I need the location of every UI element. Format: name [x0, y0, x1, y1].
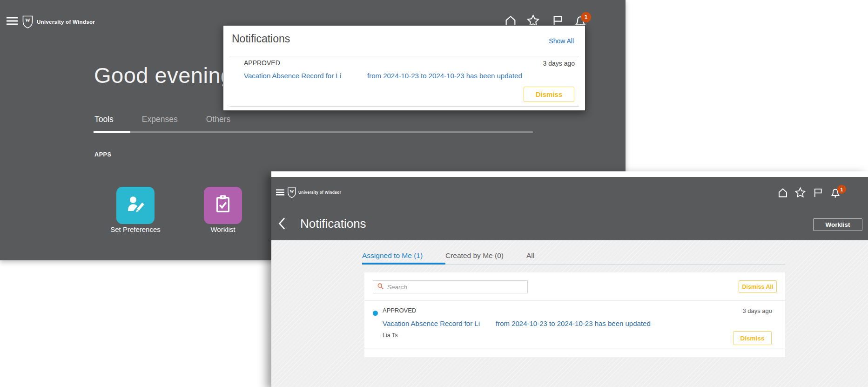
set-preferences-label: Set Preferences	[96, 225, 175, 233]
tab-active-underline	[94, 131, 130, 133]
divider	[229, 56, 579, 56]
notification-link-part2[interactable]: from 2024-10-23 to 2024-10-23 has been u…	[496, 319, 651, 327]
page-header-bar: W University of Windsor 1	[271, 177, 868, 240]
notification-link-part1[interactable]: Vacation Absence Record for Li	[383, 319, 480, 327]
notifications-page-window: W University of Windsor 1	[271, 171, 868, 387]
tab-tools[interactable]: Tools	[94, 115, 114, 124]
unread-dot	[373, 311, 378, 316]
notification-link-part1[interactable]: Vacation Absence Record for Li	[244, 72, 341, 80]
notification-timestamp: 3 days ago	[742, 307, 772, 314]
apps-section-title: APPS	[94, 151, 111, 158]
notification-author: Lia Ts	[383, 332, 397, 339]
screenshot-canvas: W University of Windsor 1 Good evening, …	[0, 0, 868, 387]
set-preferences-tile[interactable]	[116, 187, 155, 224]
brand-text: University of Windsor	[37, 19, 95, 25]
window-top-strip	[271, 171, 868, 177]
notification-status: APPROVED	[383, 307, 416, 314]
home-tab-bar: Tools Expenses Others	[94, 115, 230, 124]
popup-title: Notifications	[232, 33, 290, 45]
tab-created-by-me[interactable]: Created by Me (0)	[445, 250, 526, 265]
notification-timestamp: 3 days ago	[543, 60, 575, 67]
notification-count-badge: 1	[837, 185, 846, 194]
worklist-label: Worklist	[183, 225, 262, 233]
search-input[interactable]	[387, 284, 524, 291]
tab-expenses[interactable]: Expenses	[142, 115, 178, 124]
notifications-list-card: Dismiss All APPROVED 3 days ago Vacation…	[364, 272, 785, 357]
university-shield-logo-icon: W	[22, 15, 34, 30]
tab-all[interactable]: All	[526, 250, 555, 265]
notifications-popup: Notifications Show All APPROVED 3 days a…	[223, 25, 585, 111]
back-chevron-icon[interactable]	[278, 217, 286, 232]
notifications-tab-bar: Assigned to Me (1) Created by Me (0) All	[362, 250, 785, 265]
tab-track-line	[94, 131, 533, 133]
tab-assigned-to-me[interactable]: Assigned to Me (1)	[362, 250, 445, 265]
worklist-button[interactable]: Worklist	[813, 218, 862, 231]
hamburger-menu-icon[interactable]	[7, 17, 18, 25]
brand-text: University of Windsor	[298, 190, 341, 195]
divider	[364, 300, 785, 301]
tab-others[interactable]: Others	[206, 115, 231, 124]
notification-count-badge: 1	[581, 12, 591, 22]
page-title: Notifications	[300, 217, 366, 231]
home-icon[interactable]	[777, 187, 788, 200]
dismiss-all-button[interactable]: Dismiss All	[739, 280, 777, 293]
search-icon	[377, 283, 384, 292]
svg-text:W: W	[25, 17, 30, 23]
hamburger-menu-icon[interactable]	[276, 189, 284, 196]
notification-status: APPROVED	[244, 59, 280, 67]
dismiss-button[interactable]: Dismiss	[733, 331, 772, 345]
show-all-link[interactable]: Show All	[549, 37, 574, 45]
favorites-star-icon[interactable]	[794, 187, 806, 200]
search-box	[373, 280, 528, 293]
person-edit-icon	[124, 193, 147, 217]
flag-icon[interactable]	[813, 187, 823, 200]
university-shield-logo-icon: W	[287, 187, 296, 200]
dismiss-button[interactable]: Dismiss	[524, 87, 574, 102]
divider	[229, 106, 579, 107]
notification-link-part2[interactable]: from 2024-10-23 to 2024-10-23 has been u…	[367, 72, 522, 80]
clipboard-check-icon	[212, 194, 234, 217]
divider	[364, 348, 785, 348]
worklist-tile[interactable]	[204, 187, 242, 224]
svg-text:W: W	[289, 189, 294, 194]
